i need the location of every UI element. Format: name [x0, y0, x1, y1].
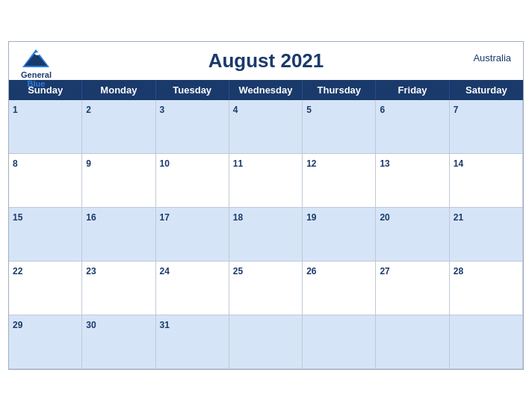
header-thursday: Thursday	[303, 80, 376, 100]
logo-blue: Blue	[28, 79, 46, 88]
date-number: 17	[160, 212, 170, 223]
date-number: 18	[233, 212, 243, 223]
date-number: 27	[380, 266, 389, 276]
date-number: 7	[454, 105, 459, 115]
date-number: 23	[86, 266, 96, 276]
day-cell: 24	[156, 262, 229, 315]
date-number: 3	[160, 105, 165, 115]
day-cell	[229, 315, 303, 369]
day-cell: 21	[450, 208, 523, 262]
date-number: 24	[160, 266, 170, 276]
date-number: 20	[380, 212, 389, 223]
week-row-1: 1234567	[9, 100, 523, 154]
week-row-5: 293031	[9, 315, 523, 369]
date-number: 9	[86, 158, 91, 169]
day-cell: 27	[376, 262, 449, 315]
date-number: 19	[306, 212, 316, 223]
day-cell: 20	[376, 208, 449, 262]
day-cell: 29	[9, 315, 82, 369]
day-cell: 5	[303, 100, 376, 154]
calendar-container: General Blue August 2021 Australia Sunda…	[8, 41, 524, 370]
date-number: 29	[13, 320, 22, 330]
day-cell: 13	[376, 154, 449, 208]
date-number: 26	[306, 266, 316, 276]
country-label: Australia	[473, 52, 511, 64]
date-number: 14	[454, 158, 463, 169]
day-cell: 22	[9, 262, 82, 315]
date-number: 8	[13, 158, 18, 169]
day-cell: 16	[82, 208, 155, 262]
day-cell: 25	[229, 262, 303, 315]
day-cell: 23	[82, 262, 155, 315]
day-headers: Sunday Monday Tuesday Wednesday Thursday…	[9, 80, 523, 100]
day-cell	[376, 315, 449, 369]
day-cell: 15	[9, 208, 82, 262]
day-cell: 17	[156, 208, 229, 262]
day-cell: 3	[156, 100, 229, 154]
day-cell: 30	[82, 315, 155, 369]
date-number: 21	[454, 212, 463, 223]
day-cell: 1	[9, 100, 82, 154]
day-cell: 26	[303, 262, 376, 315]
day-cell: 2	[82, 100, 155, 154]
header-friday: Friday	[376, 80, 449, 100]
date-number: 30	[86, 320, 96, 330]
logo-general: General	[21, 70, 52, 79]
day-cell: 31	[156, 315, 229, 369]
date-number: 25	[233, 266, 243, 276]
calendar-header: General Blue August 2021 Australia	[9, 42, 523, 80]
week-row-3: 15161718192021	[9, 208, 523, 262]
day-cell: 28	[450, 262, 523, 315]
date-number: 6	[380, 105, 385, 115]
header-saturday: Saturday	[450, 80, 523, 100]
date-number: 1	[13, 105, 18, 115]
date-number: 11	[233, 158, 243, 169]
calendar-title: August 2021	[24, 49, 508, 72]
week-row-4: 22232425262728	[9, 262, 523, 315]
header-tuesday: Tuesday	[156, 80, 229, 100]
day-cell: 10	[156, 154, 229, 208]
logo: General Blue	[21, 48, 52, 88]
day-cell: 19	[303, 208, 376, 262]
date-number: 15	[13, 212, 22, 223]
day-cell: 4	[229, 100, 303, 154]
day-cell: 18	[229, 208, 303, 262]
day-cell: 12	[303, 154, 376, 208]
week-row-2: 891011121314	[9, 154, 523, 208]
date-number: 31	[160, 320, 170, 330]
day-cell	[450, 315, 523, 369]
day-cell	[303, 315, 376, 369]
day-cell: 11	[229, 154, 303, 208]
day-cell: 9	[82, 154, 155, 208]
day-cell: 6	[376, 100, 449, 154]
day-cell: 7	[450, 100, 523, 154]
date-number: 13	[380, 158, 389, 169]
date-number: 2	[86, 105, 91, 115]
header-wednesday: Wednesday	[229, 80, 303, 100]
date-number: 28	[454, 266, 463, 276]
date-number: 4	[233, 105, 238, 115]
date-number: 16	[86, 212, 96, 223]
calendar-grid: 1234567891011121314151617181920212223242…	[9, 100, 523, 369]
header-monday: Monday	[82, 80, 155, 100]
day-cell: 14	[450, 154, 523, 208]
date-number: 12	[306, 158, 316, 169]
date-number: 5	[306, 105, 312, 115]
day-cell: 8	[9, 154, 82, 208]
date-number: 10	[160, 158, 170, 169]
date-number: 22	[13, 266, 22, 276]
